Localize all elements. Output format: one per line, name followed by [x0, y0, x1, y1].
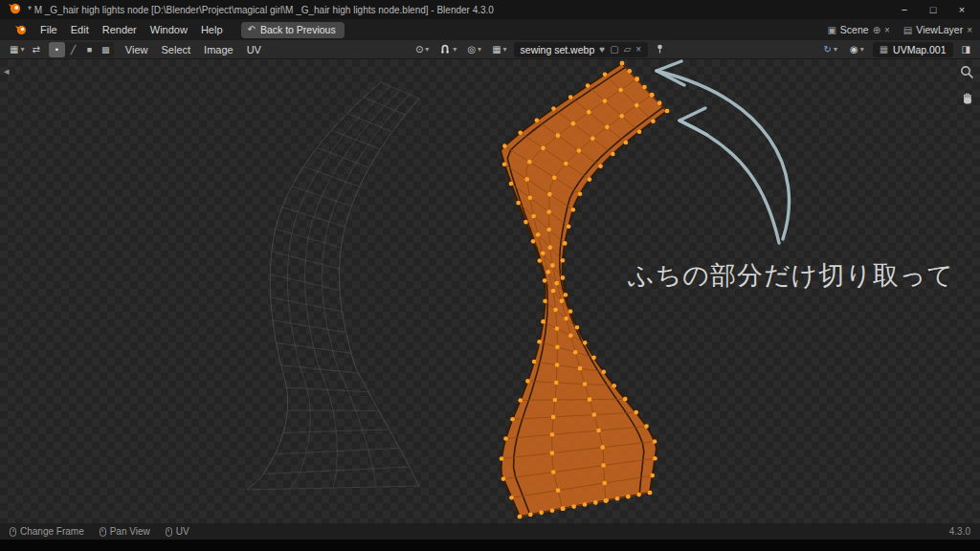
- zoom-icon[interactable]: [960, 65, 974, 83]
- wireframe-grid: [247, 82, 419, 490]
- window-bottom-edge: [0, 540, 980, 551]
- mouse-icon: [166, 527, 172, 537]
- maximize-button[interactable]: □: [919, 0, 947, 19]
- uv-map-name: UVMap.001: [893, 44, 946, 55]
- display-channels-button[interactable]: ◨: [958, 43, 974, 55]
- scene-name: Scene: [840, 24, 869, 35]
- unlink-viewlayer-icon[interactable]: ×: [967, 25, 972, 35]
- chevron-down-icon: ▾: [478, 45, 481, 54]
- uvmap-grid-icon: ▦: [880, 44, 888, 55]
- chevron-down-icon: ▾: [503, 45, 507, 54]
- menu-edit[interactable]: Edit: [64, 22, 96, 37]
- back-arrow-icon: ↶: [248, 24, 256, 34]
- topbar: File Edit Render Window Help ↶ Back to P…: [0, 19, 980, 40]
- editor-type-button[interactable]: ▦ ▾: [6, 43, 28, 55]
- blender-app-icon: [8, 1, 21, 18]
- menu-window[interactable]: Window: [144, 22, 194, 37]
- chevron-down-icon: ▾: [834, 45, 837, 54]
- proportional-edit-button[interactable]: ◎ ▾: [463, 43, 485, 55]
- chevron-down-icon: ▾: [20, 45, 24, 54]
- image-datablock-field[interactable]: sewing set.webp ♥ ▢ ▱ ×: [514, 42, 649, 57]
- pin-image-button[interactable]: [651, 42, 669, 57]
- minimize-button[interactable]: −: [890, 0, 919, 19]
- viewlayer-selector[interactable]: ▤ ViewLayer ×: [903, 24, 972, 35]
- blender-version: 4.3.0: [949, 526, 970, 537]
- pivot-icon: ⊙: [415, 44, 423, 55]
- gizmo-icon: ↻: [823, 44, 831, 55]
- scene-icon: ▣: [827, 25, 835, 35]
- window-controls: − □ ×: [890, 0, 976, 19]
- uv-island-wireframe[interactable]: [247, 82, 419, 490]
- gizmos-toggle-button[interactable]: ↻ ▾: [819, 43, 840, 55]
- image-name: sewing set.webp: [521, 44, 595, 55]
- menu-render[interactable]: Render: [96, 22, 144, 37]
- window-title: * M _G_hair high lights node [D:\Blender…: [28, 5, 494, 15]
- sync-select-icon: ⇄: [32, 44, 39, 55]
- viewport-nav-tools: [960, 65, 974, 109]
- back-to-previous-label: Back to Previous: [260, 24, 336, 35]
- menu-file[interactable]: File: [33, 22, 64, 37]
- scene-selector[interactable]: ▣ Scene ⊕ ×: [827, 24, 889, 35]
- uv-editor-header: ▦ ▾ ⇄ • ╱ ■ ▩ View Select Image UV ⊙ ▾ ▾…: [0, 40, 980, 59]
- pan-hand-icon[interactable]: [961, 92, 974, 109]
- uv-select-mode-group: • ╱ ■ ▩: [49, 42, 114, 57]
- header-center-cluster: ⊙ ▾ ▾ ◎ ▾ ▦ ▾ sewing set.webp ♥ ▢ ▱ ×: [412, 42, 669, 57]
- header-right-cluster: ↻ ▾ ◉ ▾ ▦ UVMap.001 ◨: [819, 42, 974, 57]
- blender-menu-icon[interactable]: [8, 21, 33, 39]
- menu-select[interactable]: Select: [155, 42, 198, 57]
- proportional-edit-icon: ◎: [467, 44, 476, 55]
- uv-editor-icon: ▦: [10, 44, 18, 55]
- display-channels-icon: ◨: [962, 44, 970, 55]
- pivot-point-button[interactable]: ⊙ ▾: [412, 43, 433, 55]
- statusbar: Change Frame Pan View UV 4.3.0: [0, 523, 980, 540]
- uv-map-field[interactable]: ▦ UVMap.001: [873, 42, 953, 57]
- menu-image[interactable]: Image: [197, 42, 240, 57]
- close-button[interactable]: ×: [947, 0, 976, 19]
- sidebar-toggle-icon[interactable]: ◂: [4, 65, 10, 77]
- pin-icon: [655, 43, 665, 56]
- viewlayer-name: ViewLayer: [916, 24, 963, 35]
- mouse-icon: [100, 527, 106, 537]
- overlays-toggle-button[interactable]: ◉ ▾: [846, 43, 868, 55]
- menu-uv[interactable]: UV: [240, 42, 268, 57]
- fake-user-icon[interactable]: ♥: [599, 44, 605, 55]
- new-image-icon[interactable]: ▢: [610, 44, 618, 55]
- status-hint-pan-view: Pan View: [100, 526, 150, 537]
- snap-toggle-button[interactable]: ▾: [435, 42, 460, 57]
- titlebar: * M _G_hair high lights node [D:\Blender…: [0, 0, 980, 19]
- island-select-mode-button[interactable]: ▩: [98, 42, 114, 57]
- chevron-down-icon: ▾: [860, 45, 864, 54]
- image-browse-icon: ▦: [492, 44, 501, 55]
- menu-view[interactable]: View: [119, 42, 155, 57]
- browse-image-button[interactable]: ▦ ▾: [488, 43, 510, 55]
- status-hint-label: Change Frame: [20, 526, 84, 537]
- uv-sync-select-toggle[interactable]: ⇄: [28, 43, 43, 55]
- unlink-scene-icon[interactable]: ×: [884, 25, 890, 35]
- annotation-text: ふちの部分だけ切り取って: [628, 258, 954, 293]
- edge-select-mode-button[interactable]: ╱: [65, 42, 81, 57]
- status-hint-label: Pan View: [110, 526, 150, 537]
- annotation-arrow-lower: [679, 121, 779, 243]
- uv-viewport[interactable]: ふちの部分だけ切り取って ◂: [0, 59, 980, 523]
- annotation-arrows: [657, 61, 790, 243]
- open-image-icon[interactable]: ▱: [624, 44, 632, 55]
- status-hint-label: UV: [176, 526, 189, 537]
- mouse-icon: [10, 527, 16, 537]
- chevron-down-icon: ▾: [453, 45, 457, 54]
- overlay-icon: ◉: [850, 44, 858, 55]
- new-scene-icon[interactable]: ⊕: [873, 25, 880, 35]
- chevron-down-icon: ▾: [425, 45, 429, 54]
- vertex-select-mode-button[interactable]: •: [49, 42, 65, 57]
- status-hint-uv: UV: [166, 526, 189, 537]
- face-select-mode-button[interactable]: ■: [81, 42, 98, 57]
- back-to-previous-button[interactable]: ↶ Back to Previous: [241, 22, 345, 38]
- status-hint-change-frame: Change Frame: [10, 526, 84, 537]
- viewlayer-icon: ▤: [903, 25, 912, 35]
- menu-help[interactable]: Help: [194, 22, 230, 37]
- snap-magnet-icon: [439, 43, 451, 56]
- unlink-image-icon[interactable]: ×: [635, 44, 641, 55]
